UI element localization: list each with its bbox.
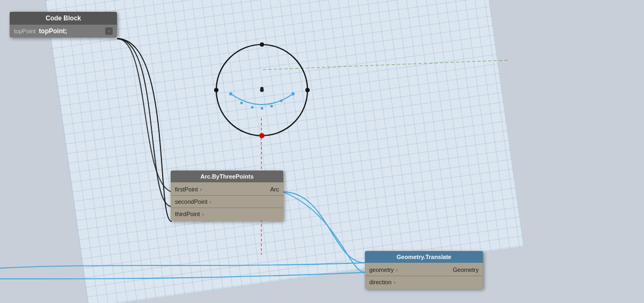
geo-input-direction[interactable]: direction › [365,277,483,287]
code-block-output-port[interactable]: › [105,27,113,35]
thirdpoint-arrow: › [202,211,203,217]
geo-translate-header: Geometry.Translate [365,251,483,263]
arc-node[interactable]: Arc.ByThreePoints firstPoint › Arc secon… [171,171,283,221]
arc-node-body: firstPoint › Arc secondPoint › thirdPoin… [171,182,283,221]
geo-label-direction: direction [369,279,392,285]
geo-output-label: Geometry [453,267,479,273]
divider-2 [171,208,283,208]
geo-translate-node[interactable]: Geometry.Translate geometry › Geometry d… [365,251,483,289]
arc-input-secondpoint[interactable]: secondPoint › [171,197,283,206]
arc-input-firstpoint[interactable]: firstPoint › Arc [171,184,283,194]
arc-input-thirdpoint[interactable]: thirdPoint › [171,209,283,219]
code-block-node[interactable]: Code Block topPoint topPoint; › [10,12,117,38]
secondpoint-arrow: › [210,199,211,205]
code-block-body: topPoint topPoint; › [10,25,117,38]
arc-label-secondpoint: secondPoint [175,198,208,205]
arc-output-label: Arc [270,186,280,193]
code-block-label: topPoint [14,28,35,34]
geo-divider [365,276,483,276]
arc-label-firstpoint: firstPoint [175,186,198,193]
geo-label-geometry: geometry [369,267,394,273]
arc-label-thirdpoint: thirdPoint [175,211,200,217]
firstpoint-arrow: › [200,187,202,193]
geo-translate-body: geometry › Geometry direction › [365,263,483,289]
divider-1 [171,195,283,196]
code-block-header: Code Block [10,12,117,25]
geo-input-geometry[interactable]: geometry › Geometry [365,265,483,275]
geometry-arrow: › [396,267,398,273]
arc-node-header: Arc.ByThreePoints [171,171,283,182]
code-block-value: topPoint; [39,27,102,35]
direction-arrow: › [394,279,396,285]
